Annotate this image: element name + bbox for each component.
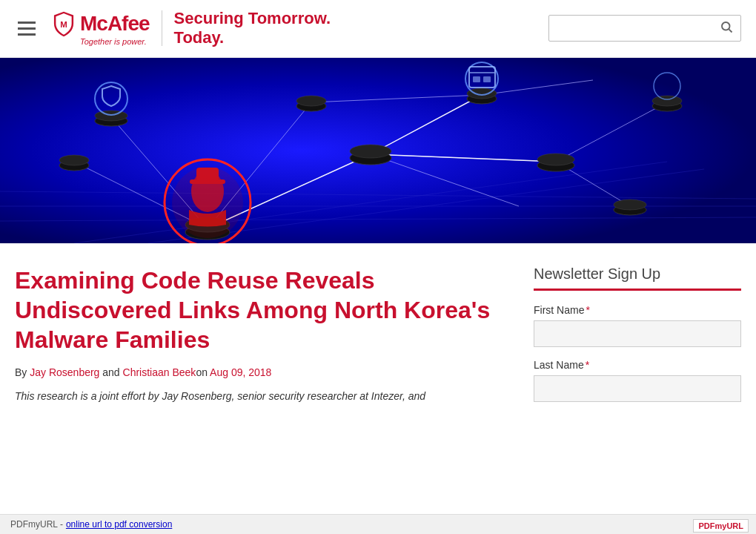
- date-link[interactable]: Aug 09, 2018: [210, 366, 271, 378]
- article-meta: By Jay Rosenberg and Christiaan Beekon A…: [15, 366, 511, 378]
- svg-point-36: [296, 96, 326, 106]
- article-excerpt: This research is a joint effort by Jay R…: [15, 389, 511, 404]
- svg-rect-51: [473, 76, 480, 82]
- svg-point-39: [614, 200, 646, 210]
- svg-rect-52: [483, 76, 491, 82]
- brand-slogan-line1: Securing Tomorrow.: [174, 9, 331, 28]
- mcafee-logo-top: M McAfee: [50, 10, 150, 37]
- mcafee-shield-icon: M: [50, 10, 77, 37]
- logo-area: M McAfee Together is power. Securing Tom…: [50, 9, 331, 48]
- search-box[interactable]: [548, 15, 741, 42]
- last-name-label: Last Name*: [534, 359, 741, 371]
- last-name-input[interactable]: [534, 375, 741, 402]
- author1-link[interactable]: Jay Rosenberg: [30, 366, 99, 378]
- last-name-required: *: [586, 359, 589, 371]
- last-name-group: Last Name*: [534, 359, 741, 402]
- date-prefix: on: [196, 366, 210, 378]
- first-name-input[interactable]: [534, 320, 741, 347]
- site-header: M McAfee Together is power. Securing Tom…: [0, 0, 756, 58]
- first-name-group: First Name*: [534, 304, 741, 347]
- author2-link[interactable]: Christiaan Beek: [123, 366, 196, 378]
- svg-rect-48: [196, 168, 219, 181]
- svg-point-34: [537, 154, 574, 165]
- svg-point-1: [722, 22, 730, 30]
- svg-line-2: [729, 30, 732, 33]
- header-left: M McAfee Together is power. Securing Tom…: [15, 9, 331, 48]
- article-section: Examining Code Reuse Reveals Undiscovere…: [15, 266, 511, 414]
- mcafee-logo[interactable]: M McAfee Together is power.: [50, 10, 162, 46]
- hamburger-menu[interactable]: [15, 19, 39, 39]
- newsletter-title: Newsletter Sign Up: [534, 266, 741, 283]
- newsletter-sidebar: Newsletter Sign Up First Name* Last Name…: [534, 266, 741, 414]
- search-icon: [720, 20, 733, 33]
- svg-point-37: [467, 88, 497, 99]
- main-content: Examining Code Reuse Reveals Undiscovere…: [0, 243, 756, 429]
- first-name-required: *: [586, 304, 589, 316]
- brand-name: McAfee: [80, 12, 150, 36]
- by-prefix: By: [15, 366, 30, 378]
- brand-slogan-line2: Today.: [174, 28, 331, 47]
- article-title: Examining Code Reuse Reveals Undiscovere…: [15, 266, 511, 355]
- first-name-label: First Name*: [534, 304, 741, 316]
- hero-image: [0, 58, 756, 243]
- svg-point-40: [59, 155, 89, 165]
- svg-point-38: [652, 96, 682, 106]
- svg-text:M: M: [60, 20, 67, 29]
- brand-slogan: Securing Tomorrow. Today.: [174, 9, 331, 48]
- search-input[interactable]: [557, 22, 720, 34]
- network-visualization: [0, 58, 756, 243]
- search-button[interactable]: [720, 20, 733, 36]
- svg-point-33: [350, 145, 391, 158]
- newsletter-divider: [534, 289, 741, 291]
- brand-tagline: Together is power.: [80, 37, 147, 46]
- author-connector: and: [99, 366, 122, 378]
